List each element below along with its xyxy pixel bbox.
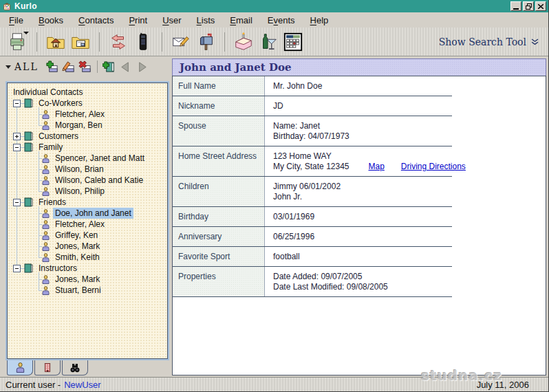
detail-header-title: John and Janet Doe [180,61,291,74]
title-bar: Kurlo [0,0,548,12]
calendar-button[interactable] [281,30,305,54]
left-region: Individual ContactsCo-WorkersFletcher, A… [0,77,172,377]
person-icon [42,154,50,163]
tree-node-label: Jones, Mark [53,274,102,285]
detail-label: Spouse [173,116,265,146]
forward-arrow-icon [136,61,149,74]
tree-group-instructors[interactable]: Instructors [8,263,167,274]
detail-value: 123 Home WAYMy City, State 12345MapDrivi… [265,146,469,176]
detail-value-line: Date Last Modified: 09/08/2005 [273,282,449,292]
detail-value-line: Jimmy 06/01/2002 [273,182,449,192]
filter-dropdown[interactable]: ALL [6,61,39,72]
compose-email-button[interactable] [169,30,193,54]
tree-contact-stuart-berni[interactable]: Stuart, Berni [8,285,167,296]
home-folder-icon [45,32,66,52]
home-book-button[interactable] [43,30,68,54]
tree-node-label: Doe, John and Janet [53,208,133,219]
show-search-tool-toggle[interactable]: Show Search Tool [439,36,539,47]
collapse-toggle-icon[interactable] [13,199,21,206]
next-button[interactable] [134,59,151,74]
add-contact-button[interactable] [44,59,61,74]
tree-contact-doe-john-and-janet[interactable]: Doe, John and Janet [8,208,167,219]
menu-item-email[interactable]: Email [222,13,260,28]
status-bar: Current user - NewUser July 11, 2006 [0,377,548,392]
tree-contact-smith-keith[interactable]: Smith, Keith [8,252,167,263]
detail-value-line: 03/01/1969 [273,212,449,222]
detail-value: JD [265,96,452,116]
printer-icon [8,32,28,52]
menu-item-file[interactable]: File [1,13,31,28]
import-book-icon [103,61,116,74]
driving-directions-link[interactable]: Driving Directions [401,162,466,171]
tree-contact-griffey-ken[interactable]: Griffey, Ken [8,230,167,241]
detail-row-spouse: SpouseName: JanetBirthday: 04/07/1973 [173,116,452,146]
contacts-book-button[interactable] [68,30,93,54]
building-icon [43,362,52,373]
detail-row-properties: PropertiesDate Added: 09/07/2005Date Las… [173,267,452,297]
tree-group-family[interactable]: Family [8,142,167,153]
tree-node-label: Family [36,142,65,153]
menu-item-print[interactable]: Print [121,13,155,28]
edit-contact-button[interactable] [61,59,77,74]
restore-button[interactable] [523,1,534,11]
print-button[interactable] [6,30,30,54]
contacts-tree-panel: Individual ContactsCo-WorkersFletcher, A… [7,83,168,359]
tree-node-label: Wilson, Philip [53,186,107,197]
menu-item-lists[interactable]: Lists [189,13,223,28]
import-contact-button[interactable] [101,59,118,74]
collapse-toggle-icon[interactable] [13,100,21,107]
tree-contact-jones-mark[interactable]: Jones, Mark [8,241,167,252]
tree-contact-jones-mark[interactable]: Jones, Mark [8,274,167,285]
tree-root-label[interactable]: Individual Contacts [8,87,167,98]
tree-group-customers[interactable]: Customers [8,131,167,142]
toolbar-separator [162,32,162,52]
tree-contact-wilson-caleb-and-katie[interactable]: Wilson, Caleb and Katie [8,175,167,186]
person-icon [42,176,50,185]
current-user-label: Current user - [6,380,61,390]
tree-contact-fletcher-alex[interactable]: Fletcher, Alex [8,219,167,230]
menu-item-contacts[interactable]: Contacts [71,13,121,28]
close-button[interactable] [535,1,546,11]
menu-item-user[interactable]: User [155,13,189,28]
phone-list-button[interactable] [131,30,155,54]
delete-contact-button[interactable] [77,59,94,74]
detail-row-birthday: Birthday03/01/1969 [173,207,452,227]
tree-group-co-workers[interactable]: Co-Workers [8,98,167,109]
menu-item-books[interactable]: Books [31,13,71,28]
detail-value-line: Birthday: 04/07/1973 [273,131,449,142]
collapse-toggle-icon[interactable] [13,265,21,272]
tree-contact-wilson-brian[interactable]: Wilson, Brian [8,164,167,175]
menu-item-events[interactable]: Events [260,13,303,28]
detail-value: Mr. John Doe [265,76,452,96]
person-icon [42,275,50,284]
tree-contact-fletcher-alex[interactable]: Fletcher, Alex [8,109,167,120]
window-title: Kurlo [14,1,37,11]
check-mail-button[interactable] [193,30,218,54]
search-tab[interactable] [62,360,88,375]
previous-button[interactable] [118,59,134,74]
detail-row-home-street-address: Home Street Address123 Home WAYMy City, … [173,146,452,177]
expand-toggle-icon[interactable] [13,133,21,140]
birthdays-button[interactable] [231,30,256,54]
person-icon [42,286,50,295]
tree-group-friends[interactable]: Friends [8,197,167,208]
contacts-tab[interactable] [7,360,33,375]
menu-item-help[interactable]: Help [303,13,336,28]
tree-node-label: Co-Workers [36,98,85,109]
detail-value: Jimmy 06/01/2002John Jr. [265,177,452,206]
events-button[interactable] [256,30,281,54]
detail-label: Home Street Address [173,146,265,176]
print-dropdown-icon[interactable] [23,32,29,34]
tree-node-label: Friends [36,197,68,208]
contacts-tree: Individual ContactsCo-WorkersFletcher, A… [8,83,167,358]
map-link[interactable]: Map [369,162,385,171]
detail-label: Birthday [173,207,265,226]
tree-contact-morgan-ben[interactable]: Morgan, Ben [8,120,167,131]
sync-button[interactable] [106,30,131,54]
collapse-toggle-icon[interactable] [13,144,21,151]
companies-tab[interactable] [34,360,61,375]
tree-contact-wilson-philip[interactable]: Wilson, Philip [8,186,167,197]
tree-contact-spencer-janet-and-matt[interactable]: Spencer, Janet and Matt [8,153,167,164]
detail-value: 06/25/1996 [265,227,452,246]
minimize-button[interactable] [510,1,521,11]
